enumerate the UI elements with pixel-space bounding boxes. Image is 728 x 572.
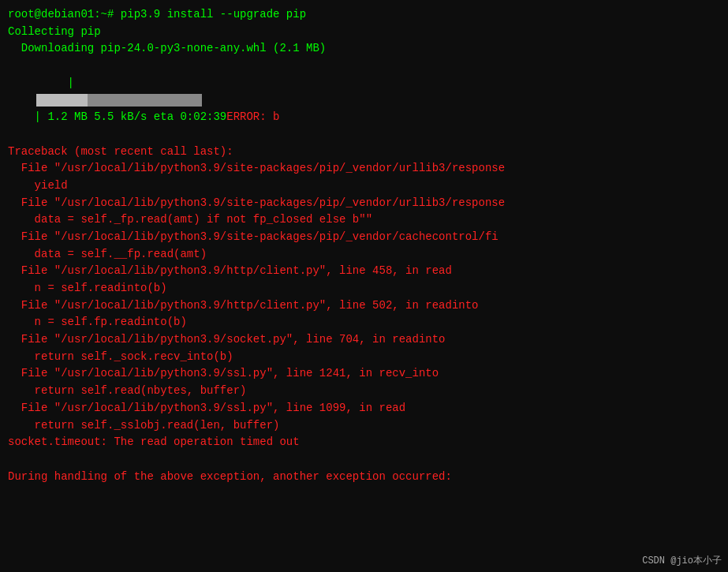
watermark: CSDN @jio本小子 — [642, 554, 722, 567]
progress-bar-outer — [36, 94, 202, 107]
file4-code-line: n = self.readinto(b) — [8, 280, 720, 297]
file1-code-line: yield — [8, 178, 720, 195]
file6-line: File "/usr/local/lib/python3.9/socket.py… — [8, 331, 720, 349]
progress-prefix: | — [35, 77, 74, 89]
file8-line: File "/usr/local/lib/python3.9/ssl.py", … — [8, 400, 720, 417]
file7-code-line: return self.read(nbytes, buffer) — [8, 383, 720, 400]
progress-line: | | 1.2 MB 5.5 kB/s eta 0:02:39ERROR: b — [8, 58, 720, 143]
downloading-line: Downloading pip-24.0-py3-none-any.whl (2… — [8, 40, 720, 58]
file8-code-line: return self._sslobj.read(len, buffer) — [8, 417, 720, 435]
file1-line: File "/usr/local/lib/python3.9/site-pack… — [8, 160, 720, 178]
progress-bar-inner — [36, 94, 88, 107]
file6-code-line: return self._sock.recv_into(b) — [8, 349, 720, 366]
file5-line: File "/usr/local/lib/python3.9/http/clie… — [8, 297, 720, 315]
collecting-line: Collecting pip — [8, 24, 720, 41]
terminal: root@debian01:~# pip3.9 install --upgrad… — [0, 0, 728, 572]
blank-line — [8, 451, 720, 469]
traceback-header: Traceback (most recent call last): — [8, 144, 720, 161]
command-line: root@debian01:~# pip3.9 install --upgrad… — [8, 6, 720, 24]
file3-code-line: data = self.__fp.read(amt) — [8, 246, 720, 264]
file7-line: File "/usr/local/lib/python3.9/ssl.py", … — [8, 365, 720, 383]
file2-code-line: data = self._fp.read(amt) if not fp_clos… — [8, 211, 720, 229]
file2-line: File "/usr/local/lib/python3.9/site-pack… — [8, 195, 720, 212]
socket-timeout-line: socket.timeout: The read operation timed… — [8, 434, 720, 451]
file4-line: File "/usr/local/lib/python3.9/http/clie… — [8, 263, 720, 280]
during-handling-line: During handling of the above exception, … — [8, 469, 720, 486]
error-suffix: ERROR: b — [226, 110, 279, 123]
file3-line: File "/usr/local/lib/python3.9/site-pack… — [8, 229, 720, 246]
file5-code-line: n = self.fp.readinto(b) — [8, 314, 720, 331]
